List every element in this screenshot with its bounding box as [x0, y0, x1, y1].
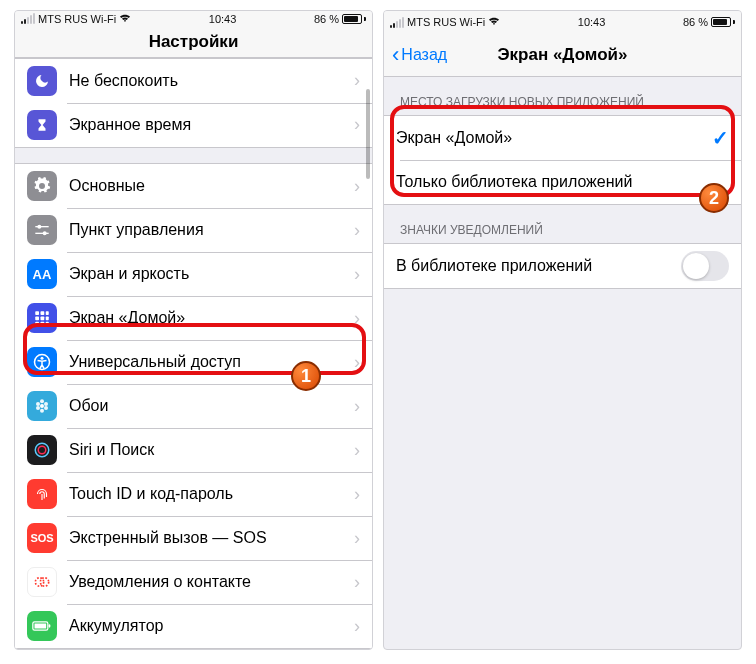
row-battery[interactable]: Аккумулятор › [15, 604, 372, 648]
svg-rect-27 [35, 624, 47, 629]
phone-left: MTS RUS Wi-Fi 10:43 86 % Настройки Не бе… [14, 10, 373, 650]
svg-rect-5 [41, 311, 45, 315]
battery-icon [342, 14, 366, 24]
row-label: Основные [69, 177, 354, 195]
svg-rect-11 [41, 322, 45, 325]
signal-icon [21, 13, 35, 24]
section-header: ЗНАЧКИ УВЕДОМЛЕНИЙ [384, 205, 741, 243]
chevron-right-icon: › [354, 440, 360, 461]
chevron-right-icon: › [354, 352, 360, 373]
row-do-not-disturb[interactable]: Не беспокоить › [15, 59, 372, 103]
carrier-label: MTS RUS Wi-Fi [38, 13, 116, 25]
row-label: Экран и яркость [69, 265, 354, 283]
row-label: Пункт управления [69, 221, 354, 239]
svg-point-16 [40, 399, 44, 403]
text-size-icon: AA [27, 259, 57, 289]
svg-rect-10 [35, 322, 39, 325]
row-label: Уведомления о контакте [69, 573, 354, 591]
exposure-icon [27, 567, 57, 597]
carrier-label: MTS RUS Wi-Fi [407, 16, 485, 28]
row-label: Экран «Домой» [69, 309, 354, 327]
status-bar: MTS RUS Wi-Fi 10:43 86 % [384, 11, 741, 33]
option-app-library[interactable]: Только библиотека приложений [384, 160, 741, 204]
clock: 10:43 [209, 13, 237, 25]
back-button[interactable]: ‹ Назад [392, 42, 447, 68]
navbar: Настройки [15, 26, 372, 57]
chevron-right-icon: › [354, 264, 360, 285]
row-siri[interactable]: Siri и Поиск › [15, 428, 372, 472]
wifi-icon [119, 12, 131, 26]
battery-icon [711, 17, 735, 27]
chevron-right-icon: › [354, 70, 360, 91]
row-label: Аккумулятор [69, 617, 354, 635]
row-label: Не беспокоить [69, 72, 354, 90]
svg-point-23 [38, 446, 46, 454]
wifi-icon [488, 15, 500, 29]
row-label: Экстренный вызов — SOS [69, 529, 354, 547]
back-label: Назад [401, 46, 447, 64]
option-label: Экран «Домой» [396, 129, 712, 147]
row-screen-time[interactable]: Экранное время › [15, 103, 372, 147]
sliders-icon [27, 215, 57, 245]
navbar: ‹ Назад Экран «Домой» [384, 33, 741, 77]
svg-point-19 [40, 409, 44, 413]
row-label: Обои [69, 397, 354, 415]
battery-icon [27, 611, 57, 641]
chevron-right-icon: › [354, 114, 360, 135]
gear-icon [27, 171, 57, 201]
grid-icon [27, 303, 57, 333]
accessibility-icon [27, 347, 57, 377]
svg-point-18 [44, 406, 48, 410]
row-label: Siri и Поиск [69, 441, 354, 459]
chevron-right-icon: › [354, 616, 360, 637]
row-notification-badges[interactable]: В библиотеке приложений [384, 244, 741, 288]
row-control-center[interactable]: Пункт управления › [15, 208, 372, 252]
row-label: В библиотеке приложений [396, 257, 681, 275]
page-title: Экран «Домой» [497, 45, 627, 65]
row-general[interactable]: Основные › [15, 164, 372, 208]
step-badge-2: 2 [699, 183, 729, 213]
chevron-right-icon: › [354, 572, 360, 593]
sos-icon: SOS [27, 523, 57, 553]
row-display[interactable]: AA Экран и яркость › [15, 252, 372, 296]
row-label: Touch ID и код-пароль [69, 485, 354, 503]
clock: 10:43 [578, 16, 606, 28]
page-title: Настройки [149, 32, 239, 52]
svg-point-15 [40, 404, 44, 408]
scrollbar[interactable] [366, 89, 370, 179]
toggle-switch[interactable] [681, 251, 729, 281]
option-home-screen[interactable]: Экран «Домой» ✓ [384, 116, 741, 160]
row-exposure[interactable]: Уведомления о контакте › [15, 560, 372, 604]
battery-percent: 86 % [314, 13, 339, 25]
chevron-right-icon: › [354, 220, 360, 241]
svg-rect-8 [41, 317, 45, 321]
chevron-right-icon: › [354, 396, 360, 417]
chevron-right-icon: › [354, 176, 360, 197]
chevron-right-icon: › [354, 308, 360, 329]
hourglass-icon [27, 110, 57, 140]
step-badge-1: 1 [291, 361, 321, 391]
svg-rect-7 [35, 317, 39, 321]
chevron-right-icon: › [354, 484, 360, 505]
svg-rect-12 [46, 322, 49, 325]
chevron-right-icon: › [354, 528, 360, 549]
status-bar: MTS RUS Wi-Fi 10:43 86 % [15, 11, 372, 26]
svg-rect-3 [35, 233, 48, 234]
row-wallpaper[interactable]: Обои › [15, 384, 372, 428]
row-label: Экранное время [69, 116, 354, 134]
option-label: Только библиотека приложений [396, 173, 729, 191]
battery-percent: 86 % [683, 16, 708, 28]
svg-rect-1 [35, 226, 48, 227]
phone-right: MTS RUS Wi-Fi 10:43 86 % ‹ Назад Экран «… [383, 10, 742, 650]
row-home-screen[interactable]: Экран «Домой» › [15, 296, 372, 340]
row-touch-id[interactable]: Touch ID и код-пароль › [15, 472, 372, 516]
fingerprint-icon [27, 479, 57, 509]
section-header: МЕСТО ЗАГРУЗКИ НОВЫХ ПРИЛОЖЕНИЙ [384, 77, 741, 115]
row-sos[interactable]: SOS Экстренный вызов — SOS › [15, 516, 372, 560]
moon-icon [27, 66, 57, 96]
svg-point-14 [41, 357, 44, 360]
svg-rect-6 [46, 311, 49, 315]
checkmark-icon: ✓ [712, 126, 729, 150]
svg-rect-28 [49, 624, 51, 627]
svg-point-24 [35, 578, 43, 586]
